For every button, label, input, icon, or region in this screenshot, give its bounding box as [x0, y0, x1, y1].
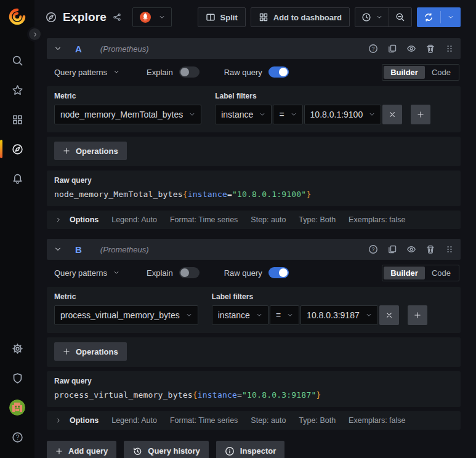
refresh-segment[interactable]	[417, 7, 440, 27]
options-row-a: Options Legend: Auto Format: Time series…	[47, 211, 461, 229]
chevron-down-icon	[369, 111, 375, 118]
run-query-button[interactable]	[417, 7, 461, 27]
zoom-out-button[interactable]	[389, 8, 411, 26]
metric-field: Metric node_memory_MemTotal_bytes	[54, 92, 201, 124]
hide-response-eye-icon[interactable]	[406, 244, 416, 254]
label-filters-label: Label filters	[212, 292, 399, 301]
split-button[interactable]: Split	[198, 7, 246, 27]
metric-select[interactable]: node_memory_MemTotal_bytes	[54, 105, 201, 124]
sidebar-item-help[interactable]: ?	[0, 422, 34, 452]
raw-rbrace: }	[306, 190, 311, 199]
raw-query-label: Raw query	[224, 68, 262, 77]
metric-field-label: Metric	[54, 92, 201, 100]
filter-operator-select[interactable]: =	[273, 105, 302, 124]
query-toolbar-a: Query patterns Explain Raw query Builder…	[47, 63, 461, 81]
chevron-down-icon	[366, 312, 372, 318]
sidebar-item-starred[interactable]	[0, 75, 34, 105]
raw-label-key: instance	[198, 390, 237, 400]
drag-handle-icon[interactable]	[445, 244, 454, 254]
explain-toggle[interactable]	[179, 267, 200, 278]
options-expander[interactable]: Options	[55, 215, 99, 224]
split-columns-icon	[206, 12, 216, 22]
explain-toggle[interactable]	[179, 66, 200, 78]
option-step: Step: auto	[251, 215, 286, 224]
query-history-button[interactable]: Query history	[124, 441, 209, 458]
add-query-button[interactable]: Add query	[47, 441, 116, 458]
remove-filter-button[interactable]	[382, 105, 402, 124]
grafana-logo[interactable]	[8, 7, 26, 26]
code-mode-tab[interactable]: Code	[425, 267, 458, 279]
filter-operator-value: =	[279, 110, 284, 119]
options-expander[interactable]: Options	[55, 416, 99, 425]
filter-key-value: instance	[221, 110, 253, 119]
close-icon	[389, 111, 396, 118]
sidebar-item-explore[interactable]	[0, 134, 34, 164]
query-row-a: A (Prometheus) ? Query patterns Explain …	[47, 38, 461, 229]
code-mode-tab[interactable]: Code	[425, 66, 458, 79]
collapse-chevron-icon[interactable]	[54, 45, 62, 52]
add-to-dashboard-button[interactable]: Add to dashboard	[251, 7, 350, 27]
inspector-button[interactable]: Inspector	[216, 441, 285, 458]
add-filter-button[interactable]	[411, 105, 430, 124]
share-icon[interactable]	[113, 13, 121, 22]
drag-handle-icon[interactable]	[445, 44, 454, 54]
filter-value-select[interactable]: 10.8.0.1:9100	[304, 105, 382, 124]
remove-query-trash-icon[interactable]	[426, 244, 435, 254]
query-ref-id[interactable]: A	[75, 44, 82, 54]
explain-toggle-group: Explain	[147, 267, 200, 278]
query-patterns-dropdown[interactable]: Query patterns	[54, 68, 119, 77]
sidebar-item-profile[interactable]	[0, 393, 34, 422]
raw-string-value: "10.8.0.3:9187"	[242, 390, 316, 400]
raw-equals: =	[237, 390, 242, 400]
query-header-b: B (Prometheus) ?	[47, 239, 461, 260]
duplicate-query-icon[interactable]	[387, 44, 397, 54]
datasource-picker[interactable]	[132, 7, 172, 27]
add-to-dashboard-label: Add to dashboard	[273, 13, 342, 22]
duplicate-query-icon[interactable]	[387, 244, 397, 254]
svg-text:?: ?	[372, 246, 375, 252]
query-ref-id[interactable]: B	[75, 244, 82, 255]
metric-select[interactable]: process_virtual_memory_bytes	[54, 305, 198, 325]
add-filter-button[interactable]	[408, 305, 427, 325]
chevron-right-icon	[55, 417, 62, 424]
raw-query-expression: node_memory_MemTotal_bytes{instance="10.…	[54, 190, 453, 199]
collapse-chevron-icon[interactable]	[54, 246, 62, 253]
avatar	[9, 400, 25, 416]
filter-key-select[interactable]: instance	[212, 305, 268, 325]
operations-section-a: Operations	[47, 137, 461, 166]
sidebar-item-alerting[interactable]	[0, 164, 34, 193]
builder-mode-tab[interactable]: Builder	[384, 267, 425, 279]
query-header-a: A (Prometheus) ?	[47, 38, 461, 59]
time-range-picker[interactable]	[355, 8, 389, 26]
hide-response-eye-icon[interactable]	[406, 44, 416, 54]
refresh-interval-dropdown[interactable]	[441, 7, 461, 27]
inspector-label: Inspector	[240, 446, 276, 456]
prometheus-icon	[139, 11, 151, 23]
sidebar-nav-bottom: ?	[0, 334, 34, 452]
add-operation-button[interactable]: Operations	[54, 342, 127, 361]
sidebar-item-search[interactable]	[0, 46, 34, 75]
filter-value-select[interactable]: 10.8.0.3:9187	[301, 305, 378, 325]
raw-query-toggle-group: Raw query	[224, 66, 289, 78]
raw-metric: process_virtual_memory_bytes	[54, 390, 193, 400]
raw-query-toggle[interactable]	[268, 267, 289, 278]
operations-section-b: Operations	[47, 337, 461, 367]
editor-mode-switcher: Builder Code	[382, 64, 459, 81]
query-row-b: B (Prometheus) ? Query patterns Explain …	[47, 239, 461, 430]
raw-query-toggle[interactable]	[268, 66, 289, 78]
sidebar-item-configuration[interactable]	[0, 334, 34, 363]
filter-operator-select[interactable]: =	[270, 305, 299, 325]
remove-query-trash-icon[interactable]	[426, 44, 435, 54]
chevron-down-icon	[256, 312, 262, 318]
add-operation-button[interactable]: Operations	[54, 142, 127, 160]
help-icon[interactable]: ?	[368, 244, 378, 254]
filter-key-select[interactable]: instance	[215, 105, 272, 124]
sidebar-item-dashboards[interactable]	[0, 105, 34, 134]
metric-value: process_virtual_memory_bytes	[60, 310, 180, 320]
remove-filter-button[interactable]	[379, 305, 399, 325]
builder-mode-tab[interactable]: Builder	[384, 66, 425, 79]
help-icon[interactable]: ?	[368, 44, 378, 54]
sidebar-expand-button[interactable]	[27, 26, 42, 42]
query-patterns-dropdown[interactable]: Query patterns	[54, 268, 119, 278]
sidebar-item-server-admin[interactable]	[0, 363, 34, 393]
